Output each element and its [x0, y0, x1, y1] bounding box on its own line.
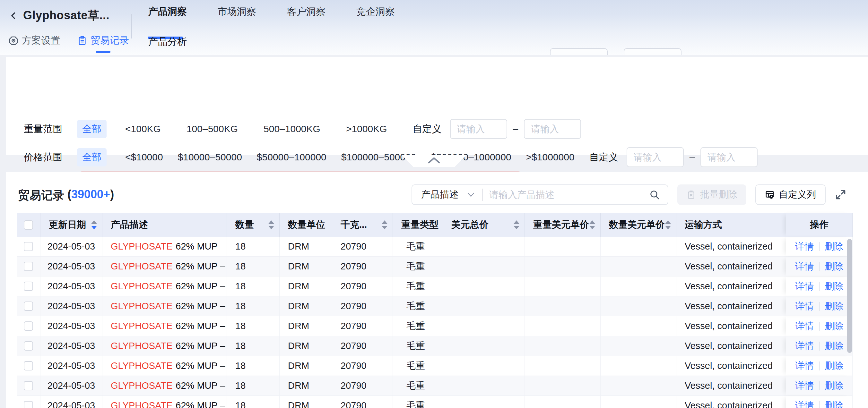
- cell-usd-total: [443, 276, 525, 296]
- sort-icon[interactable]: [91, 220, 97, 229]
- cell-usd-per-quantity: [600, 376, 676, 396]
- vertical-scrollbar-thumb[interactable]: [847, 239, 852, 353]
- cell-product-description: GLYPHOSATE62% MUP – I...: [102, 356, 227, 376]
- cell-actions: 详情删除: [786, 396, 852, 408]
- price-range-option-2[interactable]: $50000–100000: [257, 152, 327, 163]
- batch-delete-button[interactable]: 批量删除: [677, 184, 746, 205]
- cell-weight-type: 毛重: [393, 296, 443, 316]
- column-header-9[interactable]: 数量美元单价: [600, 213, 676, 237]
- row-checkbox[interactable]: [24, 242, 33, 251]
- weight-range-option-3[interactable]: >1000KG: [346, 124, 387, 134]
- cell-quantity: 18: [227, 257, 280, 276]
- cell-kilograms: 20790: [332, 336, 393, 356]
- delete-link[interactable]: 删除: [825, 320, 843, 333]
- sort-icon[interactable]: [514, 220, 519, 229]
- select-all-checkbox[interactable]: [24, 220, 33, 230]
- cell-usd-per-quantity: [600, 296, 676, 316]
- action-divider: [819, 242, 819, 251]
- cell-actions: 详情删除: [786, 296, 852, 316]
- weight-range-option-2[interactable]: 500–1000KG: [264, 124, 320, 134]
- detail-link[interactable]: 详情: [795, 379, 814, 392]
- trade-records-table: 更新日期产品描述数量数量单位千克...重量类型美元总价重量美元单价数量美元单价运…: [17, 213, 852, 408]
- delete-link[interactable]: 删除: [825, 260, 843, 273]
- tabbar-line: [141, 26, 587, 26]
- price-range-option-0[interactable]: <$10000: [125, 152, 163, 163]
- detail-link[interactable]: 详情: [795, 280, 814, 293]
- sort-icon[interactable]: [268, 220, 274, 229]
- column-header-8[interactable]: 重量美元单价: [525, 213, 600, 237]
- column-header-7[interactable]: 美元总价: [443, 213, 525, 237]
- cell-product-description: GLYPHOSATE62% MUP – I...: [102, 276, 227, 296]
- detail-link[interactable]: 详情: [795, 320, 814, 333]
- cell-quantity: 18: [227, 356, 280, 376]
- row-checkbox[interactable]: [24, 262, 33, 271]
- weight-range-option-1[interactable]: 100–500KG: [186, 124, 238, 134]
- search-icon[interactable]: [649, 189, 660, 200]
- custom-columns-button[interactable]: 自定义列: [755, 184, 826, 205]
- search-category-select[interactable]: 产品描述: [412, 188, 482, 201]
- price-min-input[interactable]: [627, 147, 684, 167]
- price-max-input[interactable]: [701, 147, 757, 167]
- tab-product-insight[interactable]: 产品洞察: [148, 5, 187, 24]
- cell-usd-per-quantity: [600, 257, 676, 276]
- row-checkbox[interactable]: [24, 282, 33, 291]
- cutoff-button-1[interactable]: [550, 48, 608, 55]
- delete-link[interactable]: 删除: [825, 280, 843, 293]
- column-header-1[interactable]: 更新日期: [40, 213, 102, 237]
- cell-transport: Vessel, containerized: [676, 336, 786, 356]
- detail-link[interactable]: 详情: [795, 360, 814, 372]
- detail-link[interactable]: 详情: [795, 300, 814, 313]
- row-checkbox[interactable]: [24, 341, 33, 350]
- cell-usd-per-weight: [525, 396, 600, 408]
- delete-link[interactable]: 删除: [825, 240, 843, 253]
- price-custom-label: 自定义: [589, 151, 618, 164]
- row-checkbox[interactable]: [24, 302, 33, 311]
- row-checkbox[interactable]: [24, 321, 33, 331]
- weight-min-input[interactable]: [450, 119, 507, 139]
- nav-item-scheme-settings[interactable]: 方案设置: [8, 34, 60, 47]
- row-checkbox[interactable]: [24, 401, 33, 408]
- detail-link[interactable]: 详情: [795, 240, 814, 253]
- tab-customer-insight[interactable]: 客户洞察: [287, 5, 326, 24]
- trade-records-panel: 贸易记录 (39000+) 产品描述 批量删除 自定义列: [6, 172, 868, 408]
- table-row: 2024-05-03GLYPHOSATE62% MUP – I...18DRM2…: [17, 257, 852, 276]
- trade-records-icon: [77, 36, 87, 46]
- delete-link[interactable]: 删除: [825, 379, 843, 392]
- row-checkbox[interactable]: [24, 381, 33, 390]
- price-all-chip[interactable]: 全部: [77, 148, 106, 167]
- delete-link[interactable]: 删除: [825, 360, 843, 372]
- detail-link[interactable]: 详情: [795, 399, 814, 408]
- cutoff-button-2[interactable]: [624, 48, 682, 55]
- tab-competitor-insight[interactable]: 竞企洞察: [356, 5, 395, 24]
- cell-transport: Vessel, containerized: [676, 356, 786, 376]
- tab-market-insight[interactable]: 市场洞察: [218, 5, 256, 24]
- nav-item-trade-records[interactable]: 贸易记录: [77, 34, 129, 47]
- column-header-3[interactable]: 数量: [227, 213, 280, 237]
- price-range-option-1[interactable]: $10000–50000: [178, 152, 242, 163]
- detail-link[interactable]: 详情: [795, 260, 814, 273]
- sort-icon[interactable]: [382, 220, 388, 229]
- detail-link[interactable]: 详情: [795, 340, 814, 352]
- row-select-cell: [17, 396, 40, 408]
- back-icon[interactable]: [9, 11, 19, 21]
- weight-custom-label: 自定义: [413, 123, 442, 136]
- sort-icon[interactable]: [589, 220, 595, 229]
- search-input[interactable]: [483, 190, 649, 200]
- delete-link[interactable]: 删除: [825, 300, 843, 313]
- weight-range-option-0[interactable]: <100KG: [125, 124, 161, 134]
- price-range-option-5[interactable]: >$1000000: [526, 152, 575, 163]
- cell-actions: 详情删除: [786, 276, 852, 296]
- weight-max-input[interactable]: [524, 119, 581, 139]
- cell-update-date: 2024-05-03: [40, 316, 102, 336]
- column-header-5[interactable]: 千克...: [332, 213, 393, 237]
- tab-product-analysis[interactable]: 产品分析: [148, 35, 187, 48]
- delete-link[interactable]: 删除: [825, 340, 843, 352]
- delete-link[interactable]: 删除: [825, 399, 843, 408]
- cell-update-date: 2024-05-03: [40, 356, 102, 376]
- weight-all-chip[interactable]: 全部: [77, 120, 106, 138]
- fullscreen-icon[interactable]: [835, 189, 847, 201]
- table-row: 2024-05-03GLYPHOSATE62% MUP – I...18DRM2…: [17, 237, 852, 257]
- cell-transport: Vessel, containerized: [676, 276, 786, 296]
- sort-icon[interactable]: [665, 220, 671, 229]
- row-checkbox[interactable]: [24, 361, 33, 371]
